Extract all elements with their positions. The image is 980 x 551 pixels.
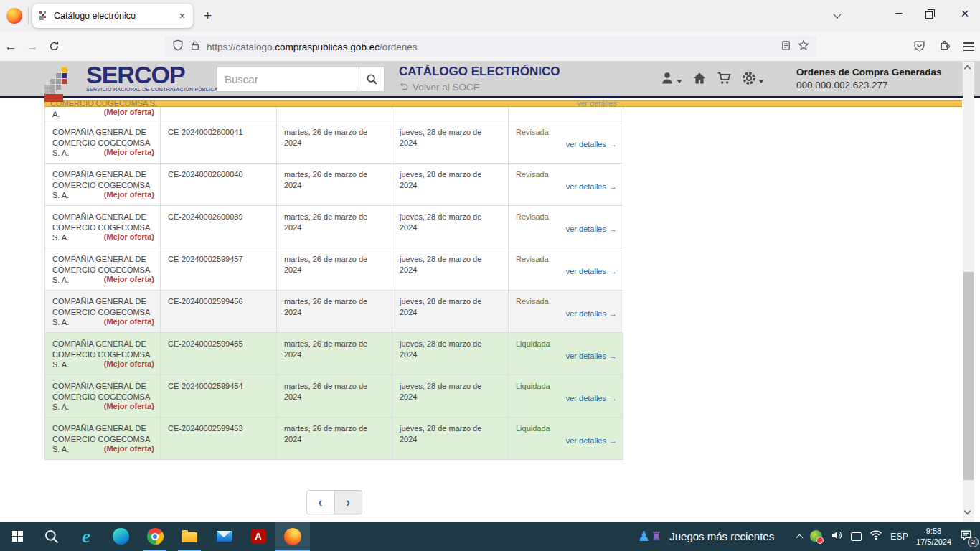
table-row: COMPAÑIA GENERAL DE COMERCIO COGECOMSA S… (45, 418, 623, 460)
widget-label: Juegos más recientes (669, 530, 774, 542)
window-minimize-button[interactable]: – (890, 6, 908, 19)
clock-time: 9:58 (916, 526, 951, 537)
volume-icon[interactable] (830, 529, 843, 544)
edge-icon[interactable] (103, 522, 138, 551)
taskbar-search-button[interactable] (34, 522, 69, 551)
clock-date: 17/5/2024 (916, 537, 951, 547)
arrow-right-icon: → (609, 352, 617, 360)
news-widget[interactable]: ♟ ♜ Juegos más recientes (633, 522, 778, 551)
details-link[interactable]: ver detalles→ (566, 224, 617, 235)
page-scrollbar[interactable] (963, 62, 974, 522)
antivirus-tray-icon[interactable] (810, 530, 822, 542)
supplier-name-cut: COMERCIO COGECOMSA S. (50, 100, 157, 107)
start-date: martes, 26 de marzo de 2024 (277, 333, 392, 375)
url-text[interactable]: https://catalogo.compraspublicas.gob.ec/… (207, 42, 417, 52)
shield-icon[interactable] (172, 39, 184, 54)
details-link-cut[interactable]: ver detalles (577, 100, 617, 107)
wifi-icon[interactable] (870, 529, 882, 543)
connect-display-icon[interactable] (851, 532, 862, 541)
details-link[interactable]: ver detalles→ (566, 435, 617, 446)
scroll-down-icon[interactable] (964, 508, 971, 515)
firefox-logo-icon[interactable] (6, 8, 22, 24)
start-date: martes, 26 de marzo de 2024 (277, 121, 392, 163)
forward-button: → (22, 39, 43, 54)
end-date: jueves, 28 de marzo de 2024 (392, 164, 509, 205)
search-input[interactable] (217, 67, 359, 92)
tab-list-chevron-icon[interactable] (833, 10, 841, 18)
taskbar-clock[interactable]: 9:58 17/5/2024 (916, 526, 951, 547)
tray-expand-chevron-icon[interactable] (796, 534, 804, 541)
logo-title: SERCOP (86, 62, 218, 87)
search-button[interactable] (359, 67, 385, 92)
new-tab-button[interactable]: + (204, 8, 212, 24)
status-text: Revisada (516, 254, 549, 265)
status-text: Revisada (516, 212, 549, 222)
reload-button[interactable] (43, 41, 65, 52)
back-to-soce-link[interactable]: Volver al SOCE (399, 81, 560, 93)
start-date: martes, 26 de marzo de 2024 (277, 291, 392, 332)
table-row-partial: A. (Mejor oferta) (45, 107, 623, 121)
lock-icon[interactable] (190, 40, 200, 54)
sercop-pixel-logo-icon (62, 67, 67, 72)
prev-page-button[interactable]: ‹ (307, 491, 334, 514)
details-link[interactable]: ver detalles→ (566, 393, 617, 404)
url-bar[interactable]: https://catalogo.compraspublicas.gob.ec/… (165, 36, 816, 57)
chrome-icon[interactable] (138, 522, 172, 551)
chevron-down-icon (677, 80, 682, 83)
end-date: jueves, 28 de marzo de 2024 (392, 248, 509, 290)
arrow-right-icon: → (609, 182, 617, 191)
start-date: martes, 26 de marzo de 2024 (277, 206, 392, 248)
action-center-icon[interactable]: 2 (959, 529, 973, 544)
supplier-name: A. (52, 110, 60, 118)
browser-titlebar: Catálogo electrónico × + – × (0, 0, 980, 32)
details-link[interactable]: ver detalles→ (566, 351, 617, 362)
best-offer-badge: (Mejor oferta) (104, 274, 154, 285)
pocket-icon[interactable] (913, 39, 925, 55)
tab-title: Catálogo electrónico (54, 11, 171, 21)
extensions-puzzle-icon[interactable] (938, 39, 951, 55)
firefox-taskbar-icon[interactable] (275, 522, 310, 551)
browser-tab[interactable]: Catálogo electrónico × (32, 4, 193, 28)
orders-generated-label: Ordenes de Compra Generadas (796, 67, 969, 77)
details-link[interactable]: ver detalles→ (566, 309, 617, 319)
end-date: jueves, 28 de marzo de 2024 (392, 121, 509, 163)
home-button[interactable] (692, 71, 707, 85)
notification-badge: 2 (968, 537, 979, 547)
start-date: martes, 26 de marzo de 2024 (277, 418, 392, 459)
language-indicator[interactable]: ESP (890, 532, 908, 542)
status-text: Liquidada (516, 423, 550, 434)
tab-close-icon[interactable]: × (177, 10, 187, 22)
windows-logo-icon (12, 531, 17, 536)
internet-explorer-icon[interactable]: e (69, 522, 103, 551)
next-page-button[interactable]: › (334, 491, 362, 514)
pagination: ‹ › (44, 490, 623, 514)
arrow-right-icon: → (609, 140, 617, 149)
sercop-logo[interactable]: SERCOP SERVICIO NACIONAL DE CONTRATACIÓN… (86, 62, 218, 92)
mail-icon[interactable] (207, 522, 241, 551)
file-explorer-icon[interactable] (172, 522, 207, 551)
best-offer-badge: (Mejor oferta) (104, 189, 154, 200)
window-restore-button[interactable] (925, 11, 933, 19)
order-code: CE-20240002599457 (161, 248, 277, 290)
order-code: CE-20240002599455 (161, 333, 277, 375)
details-link[interactable]: ver detalles→ (566, 266, 617, 277)
menu-hamburger-icon[interactable] (963, 46, 974, 47)
orders-table: A. (Mejor oferta) COMPAÑIA GENERAL DE CO… (44, 107, 623, 460)
details-link[interactable]: ver detalles→ (566, 139, 617, 150)
arrow-right-icon: → (609, 394, 617, 402)
order-code: CE-20240002599454 (161, 375, 277, 417)
scroll-up-icon[interactable] (964, 65, 971, 72)
user-menu-button[interactable] (660, 71, 682, 85)
start-button[interactable] (0, 522, 34, 551)
settings-gear-button[interactable] (742, 71, 764, 85)
best-offer-badge: (Mejor oferta) (104, 359, 154, 369)
bookmark-star-icon[interactable] (798, 39, 809, 54)
cart-button[interactable] (717, 71, 732, 85)
back-button[interactable]: ← (0, 39, 22, 54)
reader-mode-icon[interactable] (781, 40, 791, 54)
window-close-button[interactable]: × (956, 6, 974, 22)
details-link[interactable]: ver detalles→ (566, 182, 617, 192)
status-text: Liquidada (516, 381, 550, 392)
scrollbar-thumb[interactable] (963, 272, 974, 480)
acrobat-icon[interactable]: A (241, 522, 275, 551)
